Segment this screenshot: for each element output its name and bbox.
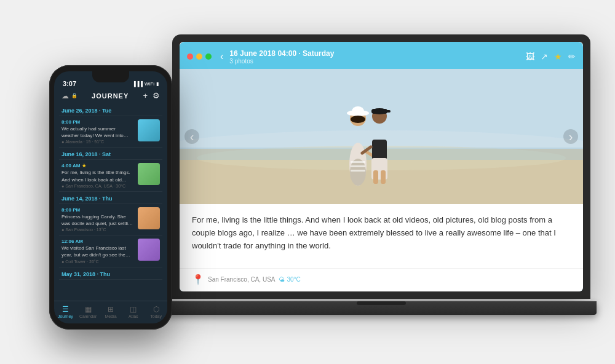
- svg-rect-22: [386, 110, 391, 113]
- entry-text: We actually had summer weather today! We…: [62, 125, 134, 139]
- phone-tab-bar: ☰ Journey ▦ Calendar ⊞ Media ◫ Atlas: [54, 301, 167, 323]
- entry-time: 8:00 PM: [62, 119, 134, 125]
- location-dot: ●: [62, 140, 64, 144]
- favorite-icon[interactable]: ★: [554, 52, 562, 61]
- calendar-tab-icon: ▦: [85, 305, 92, 314]
- image-icon[interactable]: 🖼: [526, 52, 534, 61]
- entry-location: ● San Francisco · 13°C: [62, 228, 134, 232]
- entry-text: We visited San Francisco last year, but …: [62, 245, 134, 258]
- media-tab-label: Media: [105, 314, 116, 318]
- tab-journey[interactable]: ☰ Journey: [54, 305, 77, 318]
- photos-count: 3 photos: [229, 58, 522, 65]
- svg-rect-8: [351, 165, 365, 167]
- beach-photo: [180, 69, 583, 204]
- phone-frame: 3:07 ▐▐▐ WiFi ▮ ☁ 🔒 JOURNEY +: [49, 65, 172, 330]
- location-dot: ●: [62, 184, 64, 188]
- entry-text: For me, living is the little things. And…: [62, 169, 134, 183]
- phone-navbar-right: + ⚙: [143, 91, 160, 100]
- today-tab-label: Today: [150, 314, 162, 318]
- atlas-tab-icon: ◫: [130, 305, 137, 314]
- entry-thumbnail: [138, 207, 160, 229]
- minimize-button[interactable]: [196, 53, 202, 60]
- lock-icon: 🔒: [71, 93, 77, 98]
- location-dot: ●: [62, 228, 64, 232]
- entry-time: 8:00 PM: [62, 207, 134, 213]
- edit-icon[interactable]: ✏: [568, 52, 576, 61]
- calendar-tab-label: Calendar: [79, 314, 97, 318]
- settings-button[interactable]: ⚙: [153, 91, 160, 100]
- tab-media[interactable]: ⊞ Media: [100, 305, 122, 318]
- list-item[interactable]: 8:00 PM Princess hugging Candy. She was …: [59, 204, 162, 235]
- phone-app-title: JOURNEY: [92, 92, 129, 100]
- entry-content: 12:06 AM We visited San Francisco last y…: [62, 239, 134, 263]
- titlebar-actions: 🖼 ↗ ★ ✏: [526, 52, 576, 61]
- list-item[interactable]: 12:06 AM We visited San Francisco last y…: [59, 235, 162, 267]
- journey-tab-label: Journey: [58, 314, 73, 318]
- entry-content: 8:00 PM We actually had summer weather t…: [62, 119, 134, 144]
- date-header-may31: May 31, 2018 · Thu: [59, 267, 162, 280]
- entry-content: 4:00 AM ★ For me, living is the little t…: [62, 163, 134, 188]
- svg-rect-17: [373, 170, 378, 184]
- window-controls: [187, 53, 212, 60]
- laptop-base: [166, 301, 597, 315]
- entry-header-info: 16 June 2018 04:00 · Saturday 3 photos: [229, 49, 522, 65]
- phone-entries-list: June 26, 2018 · Tue 8:00 PM We actually …: [54, 104, 167, 301]
- entry-location-text: San Francisco, CA, USA: [208, 276, 275, 283]
- maximize-button[interactable]: [205, 53, 212, 60]
- entry-time: 4:00 AM ★: [62, 163, 134, 168]
- app-titlebar: ‹ 16 June 2018 04:00 · Saturday 3 photos…: [180, 42, 583, 69]
- date-header-june26: June 26, 2018 · Tue: [59, 104, 162, 116]
- photo-next-button[interactable]: ›: [563, 129, 578, 144]
- photo-prev-button[interactable]: ‹: [184, 129, 199, 144]
- phone-notch: [92, 71, 129, 82]
- svg-rect-21: [371, 109, 387, 114]
- laptop-screen: ‹ 16 June 2018 04:00 · Saturday 3 photos…: [180, 42, 583, 291]
- laptop-body: ‹ 16 June 2018 04:00 · Saturday 3 photos…: [172, 34, 590, 299]
- laptop-hinge-notch: [357, 301, 406, 305]
- phone-screen: 3:07 ▐▐▐ WiFi ▮ ☁ 🔒 JOURNEY +: [54, 71, 167, 323]
- entry-text-area: For me, living is the little things. And…: [180, 204, 583, 268]
- entry-body-text: For me, living is the little things. And…: [192, 214, 571, 252]
- phone-device: 3:07 ▐▐▐ WiFi ▮ ☁ 🔒 JOURNEY +: [49, 65, 172, 330]
- tab-calendar[interactable]: ▦ Calendar: [77, 305, 100, 318]
- close-button[interactable]: [187, 53, 193, 60]
- laptop-device: ‹ 16 June 2018 04:00 · Saturday 3 photos…: [172, 34, 590, 336]
- svg-point-13: [351, 116, 365, 123]
- entry-footer: 📍 San Francisco, CA, USA 🌤 30°C: [180, 268, 583, 291]
- today-tab-icon: ⬡: [153, 305, 159, 314]
- location-icon: 📍: [192, 274, 204, 285]
- svg-rect-18: [381, 170, 386, 184]
- entry-time: 12:06 AM: [62, 239, 134, 244]
- share-icon[interactable]: ↗: [541, 52, 548, 61]
- svg-rect-7: [351, 161, 365, 163]
- entry-thumbnail: [138, 239, 160, 261]
- date-header-june14: June 14, 2018 · Thu: [59, 192, 162, 204]
- entry-weather: 🌤 30°C: [279, 276, 300, 283]
- entry-date: 16 June 2018 04:00 · Saturday: [229, 49, 522, 58]
- add-entry-button[interactable]: +: [143, 91, 148, 100]
- phone-navbar: ☁ 🔒 JOURNEY + ⚙: [54, 90, 167, 104]
- list-item[interactable]: 4:00 AM ★ For me, living is the little t…: [59, 160, 162, 191]
- journey-tab-icon: ☰: [62, 305, 69, 314]
- entry-location: ● San Francisco, CA, USA · 30°C: [62, 184, 134, 188]
- cloud-icon: ☁: [62, 92, 69, 100]
- photo-carousel: ‹ ›: [180, 69, 583, 204]
- tab-today[interactable]: ⬡ Today: [145, 305, 167, 318]
- entry-text: Princess hugging Candy. She was docile a…: [62, 213, 134, 227]
- list-item[interactable]: 8:00 PM We actually had summer weather t…: [59, 116, 162, 148]
- signal-icon: ▐▐▐: [132, 81, 143, 87]
- phone-status-icons: ▐▐▐ WiFi ▮: [132, 81, 159, 87]
- battery-icon: ▮: [156, 81, 159, 87]
- svg-point-12: [352, 106, 364, 116]
- weather-icon: 🌤: [279, 276, 285, 283]
- back-button[interactable]: ‹: [220, 51, 223, 62]
- entry-location: ● Alameda · 19 · 91°C: [62, 140, 134, 144]
- entry-location: ● Coit Tower · 26°C: [62, 259, 134, 264]
- tab-atlas[interactable]: ◫ Atlas: [122, 305, 145, 318]
- media-tab-icon: ⊞: [108, 305, 114, 314]
- date-header-june16: June 16, 2018 · Sat: [59, 148, 162, 160]
- atlas-tab-label: Atlas: [129, 314, 138, 318]
- app-window: ‹ 16 June 2018 04:00 · Saturday 3 photos…: [180, 42, 583, 291]
- location-dot: ●: [62, 259, 64, 264]
- svg-rect-9: [351, 170, 365, 172]
